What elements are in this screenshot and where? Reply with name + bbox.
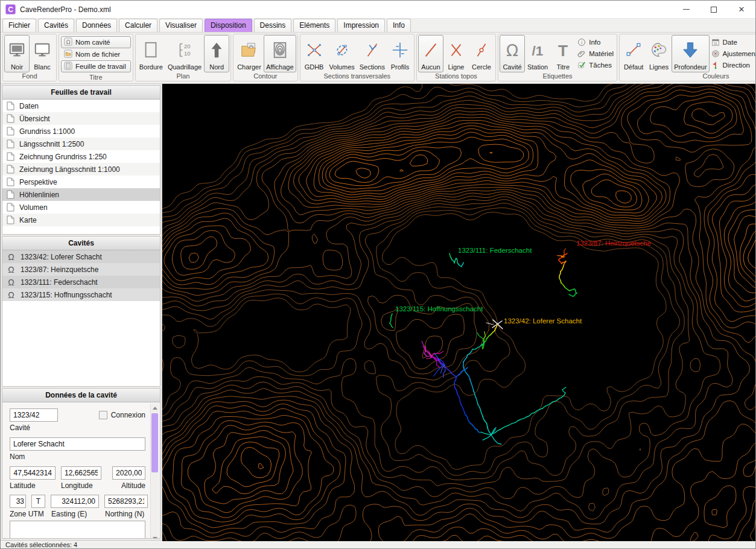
cavity-data-form: Connexion Cavité Nom Latitude Longitude xyxy=(2,402,160,539)
cavity-item-label: 1323/111: Federschacht xyxy=(21,278,98,287)
worksheet-item-h-hlenlinien[interactable]: Höhlenlinien xyxy=(2,188,160,201)
document-icon xyxy=(7,139,14,148)
minimize-button[interactable] xyxy=(672,1,700,18)
close-button[interactable]: ✕ xyxy=(728,1,755,18)
ribbon-button-bordure[interactable]: Bordure xyxy=(137,35,165,72)
direction-icon xyxy=(711,61,720,69)
utm-band-input[interactable] xyxy=(31,495,45,508)
altitude-label: Altitude xyxy=(121,481,145,490)
worksheet-item-label: Zeichnung Grundriss 1:250 xyxy=(19,153,107,161)
cavity-data-scrollbar[interactable] xyxy=(150,404,159,539)
scroll-down-icon[interactable] xyxy=(151,534,159,539)
ribbon-button-ligne[interactable]: Ligne xyxy=(443,35,469,72)
worksheet-item-label: Grundriss 1:1000 xyxy=(19,127,75,136)
ribbon-button-lignes[interactable]: Lignes xyxy=(646,35,672,72)
cavity-name-input[interactable] xyxy=(10,437,145,451)
app-window: C CaveRenderPro - Demo.xml ✕ FichierCavi… xyxy=(0,0,756,549)
cavity-item-1323-111-federschacht[interactable]: Ω1323/111: Federschacht xyxy=(2,276,160,288)
ribbon-toggle-nom-cavit[interactable]: ΩNom cavité xyxy=(61,36,131,48)
ribbon-small-ajustement[interactable]: Ajustement xyxy=(711,49,756,58)
latitude-label: Latitude xyxy=(10,481,61,490)
northing-input[interactable] xyxy=(104,495,148,508)
info-icon: i xyxy=(577,38,586,46)
ribbon-button-volumes[interactable]: Volumes xyxy=(327,35,357,72)
map-view[interactable]: 1323/111: Federschacht1323/87: Heinzquet… xyxy=(162,84,755,540)
tab-dessins[interactable]: Dessins xyxy=(254,19,292,32)
worksheet-item-grundriss-1-1000[interactable]: Grundriss 1:1000 xyxy=(2,125,160,138)
ribbon-button-blanc[interactable]: Blanc xyxy=(30,35,55,72)
cavity-number-input[interactable] xyxy=(10,408,58,422)
tab-visualiser[interactable]: Visualiser xyxy=(159,19,203,32)
ribbon-toggle-feuille-de-travail[interactable]: Feuille de travail xyxy=(61,60,131,72)
ribbon-button-noir[interactable]: Noir xyxy=(4,35,30,72)
worksheet-item-daten[interactable]: Daten xyxy=(2,100,160,112)
ribbon-button-cavit[interactable]: ΩCavité xyxy=(500,35,525,72)
ribbon-button-titre[interactable]: TTitre xyxy=(550,35,576,72)
target-icon xyxy=(711,49,720,58)
ribbon-small-label: Ajustement xyxy=(723,50,756,57)
longitude-input[interactable] xyxy=(61,466,101,480)
ribbon-button-label: Défaut xyxy=(624,63,643,71)
omega-badge-icon: Ω xyxy=(64,37,72,47)
ribbon-small-mat-riel[interactable]: Matériel xyxy=(577,49,614,58)
ribbon-group-label: Stations topos xyxy=(418,72,494,81)
tab-calculer[interactable]: Calculer xyxy=(119,19,157,32)
cavity-item-1323-87-heinzquetsche[interactable]: Ω1323/87: Heinzquetsche xyxy=(2,263,160,276)
worksheet-item-volumen[interactable]: Volumen xyxy=(2,201,160,214)
utm-zone-label: Zone UTM xyxy=(10,510,51,518)
ribbon-small-info[interactable]: iInfo xyxy=(577,38,614,46)
tab-impression[interactable]: Impression xyxy=(337,19,385,32)
ribbon-button-sections[interactable]: Sections xyxy=(357,35,387,72)
tab-el-ments[interactable]: Eléments xyxy=(293,19,335,32)
ribbon-group-stations-topos: AucunLigneCercleStations topos xyxy=(416,34,496,81)
worksheet-item-zeichnung-l-ngsschnitt-1-1000[interactable]: Zeichnung Längsschnitt 1:1000 xyxy=(2,163,160,176)
ribbon-button-affichage[interactable]: Affichage xyxy=(264,35,296,72)
altitude-input[interactable] xyxy=(112,466,145,480)
ribbon-toggle-nom-de-fichier[interactable]: Nom de fichier xyxy=(61,48,131,60)
ribbon-button-gdhb[interactable]: GDHB xyxy=(302,35,327,72)
worksheet-item-zeichnung-grundriss-1-250[interactable]: Zeichnung Grundriss 1:250 xyxy=(2,150,160,163)
ribbon-button-cercle[interactable]: Cercle xyxy=(469,35,494,72)
ribbon-button-label: Cavité xyxy=(503,63,521,71)
tab-cavit-s[interactable]: Cavités xyxy=(38,19,74,32)
terrain-3d-canvas[interactable]: 1323/111: Federschacht1323/87: Heinzquet… xyxy=(162,84,756,541)
connection-checkbox[interactable] xyxy=(99,411,107,419)
omega-large-icon: Ω xyxy=(503,37,521,63)
border-rect-icon xyxy=(142,37,160,63)
tab-donn-es[interactable]: Données xyxy=(76,19,117,32)
ribbon-small-direction[interactable]: Direction xyxy=(711,61,756,69)
worksheet-item-l-ngsschnitt-1-2500[interactable]: Längsschnitt 1:2500 xyxy=(2,138,160,150)
longitude-label: Longitude xyxy=(61,481,121,490)
ribbon-button-nord[interactable]: Nord xyxy=(204,35,229,72)
ribbon-button-label: Profils xyxy=(391,63,410,71)
ribbon-group-plan: Bordure2010QuadrillageNordPlan xyxy=(135,34,231,81)
worksheet-item-bersicht[interactable]: Übersicht xyxy=(2,112,160,125)
ribbon-button-station[interactable]: /1Station xyxy=(525,35,550,72)
tab-fichier[interactable]: Fichier xyxy=(2,19,36,32)
ribbon-button-charger[interactable]: Charger xyxy=(235,35,264,72)
maximize-button[interactable] xyxy=(700,1,728,18)
utm-zone-input[interactable] xyxy=(10,495,26,508)
sections-icon xyxy=(363,37,381,63)
worksheet-item-perspektive[interactable]: Perspektive xyxy=(2,176,160,188)
document-icon xyxy=(7,177,14,186)
ribbon-button-quadrillage[interactable]: 2010Quadrillage xyxy=(165,35,204,72)
omega-icon: Ω xyxy=(7,290,16,300)
cavity-item-1323-42-loferer-schacht[interactable]: Ω1323/42: Loferer Schacht xyxy=(2,250,160,263)
ribbon-button-profondeur[interactable]: Profondeur xyxy=(672,35,709,72)
scrollbar-thumb[interactable] xyxy=(151,413,158,472)
latitude-input[interactable] xyxy=(10,466,56,480)
tab-disposition[interactable]: Disposition xyxy=(205,19,252,32)
notes-field[interactable] xyxy=(10,521,145,539)
ribbon-button-d-faut[interactable]: Défaut xyxy=(621,35,646,72)
ribbon-small-date[interactable]: 31Date xyxy=(711,38,756,46)
worksheet-item-karte[interactable]: Karte xyxy=(2,214,160,226)
ribbon-small-t-ches[interactable]: Tâches xyxy=(577,61,614,69)
cavity-item-1323-115-hoffnungsschacht[interactable]: Ω1323/115: Hoffnungsschacht xyxy=(2,288,160,301)
ribbon-button-aucun[interactable]: Aucun xyxy=(418,35,443,72)
ribbon-button-label: Volumes xyxy=(329,63,355,71)
ribbon-button-profils[interactable]: Profils xyxy=(387,35,413,72)
tab-info[interactable]: Info xyxy=(387,19,411,32)
scroll-up-icon[interactable] xyxy=(151,404,159,412)
easting-input[interactable] xyxy=(51,495,99,508)
